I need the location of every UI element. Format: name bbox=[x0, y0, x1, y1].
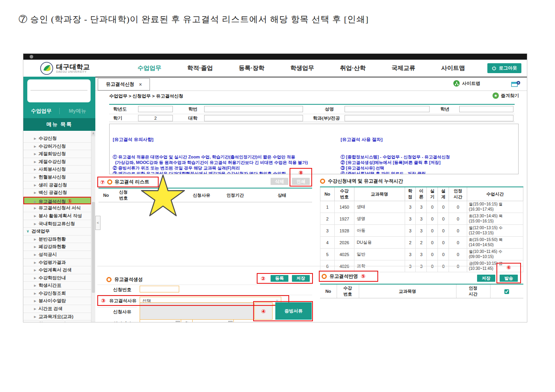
sidebar-item-11[interactable]: ▶국내학점교류신청 bbox=[23, 220, 91, 228]
period-end-field[interactable] bbox=[192, 319, 234, 322]
table-cell: 0 bbox=[449, 225, 467, 237]
sidebar-item-13[interactable]: ▶분반강좌현황 bbox=[23, 236, 91, 243]
scroll-up-icon[interactable]: ∧ bbox=[91, 131, 95, 136]
print-button[interactable]: 인쇄 bbox=[292, 178, 310, 185]
table-cell: 0 bbox=[438, 225, 449, 237]
favorites-button[interactable]: ★ 즐겨찾기 bbox=[492, 92, 519, 99]
period-start-field[interactable] bbox=[140, 319, 181, 322]
arrow-right-icon: ▶ bbox=[34, 245, 36, 248]
close-icon[interactable]: × bbox=[139, 82, 142, 87]
apply-no-field[interactable] bbox=[140, 286, 179, 292]
user-info-box bbox=[27, 79, 91, 102]
grade-field[interactable] bbox=[459, 106, 513, 112]
sidebar-collapse-button[interactable]: < bbox=[95, 216, 100, 230]
nav-item-records[interactable]: 학적·졸업 bbox=[187, 64, 213, 72]
table-row[interactable]: 11450생태33000월(15:00~16:15) 월(16:30~17:45… bbox=[320, 201, 523, 213]
table-cell: 3 bbox=[405, 213, 416, 225]
sitemap-shortcut[interactable]: 사이트맵 bbox=[453, 80, 480, 87]
courses-section-header: 수강신청내역 및 유고결석 누적시간 bbox=[320, 178, 403, 185]
semester-field[interactable] bbox=[138, 115, 173, 121]
send-button[interactable]: 발송 bbox=[500, 275, 518, 282]
arrow-right-icon: ▶ bbox=[34, 284, 36, 287]
college-field[interactable] bbox=[204, 115, 303, 121]
sidebar-item-0[interactable]: ▶수강신청 bbox=[23, 135, 91, 143]
sidebar-item-15[interactable]: ▶성적공시 bbox=[23, 251, 91, 259]
sidebar-item-18[interactable]: ▶수강학점안내 bbox=[23, 274, 91, 282]
nav-item-registration[interactable]: 등록·장학 bbox=[239, 64, 265, 72]
university-logo[interactable]: 대구대학교 DAEGU UNIVERSITY bbox=[40, 62, 115, 75]
arrow-right-icon: ▶ bbox=[34, 160, 36, 163]
student-no-field[interactable] bbox=[204, 106, 303, 112]
major-field[interactable] bbox=[345, 115, 513, 121]
sidebar-item-9[interactable]: ▶유고결석신청서 서식 bbox=[23, 204, 91, 212]
sidebar-scrollbar[interactable]: ∧ bbox=[91, 131, 95, 322]
table-row[interactable]: 21927생명33000화(13:30~14:45) 목(15:00~16:15… bbox=[320, 213, 523, 225]
sidebar-item-label: 수강학점안내 bbox=[38, 275, 66, 280]
delete-button[interactable]: 삭제 bbox=[271, 178, 288, 185]
create-section-header: 유고결석생성 bbox=[106, 276, 143, 283]
period-label: 인정기간 bbox=[113, 321, 131, 322]
breadcrumb: 수업업무 > 신청업무 > 유고결석신청 bbox=[109, 93, 183, 99]
sidebar-tab-course-work[interactable]: 수업업무 bbox=[23, 107, 59, 115]
table-cell: 3 bbox=[416, 213, 427, 225]
arrow-right-icon: ▶ bbox=[34, 200, 36, 203]
scrollbar-thumb[interactable] bbox=[92, 202, 95, 293]
sidebar-item-19[interactable]: ▶학생시간표 bbox=[23, 282, 91, 290]
col-course-code: 수강 번호 bbox=[334, 187, 354, 201]
period-tilde: ~ bbox=[186, 320, 188, 322]
sidebar-item-label: 학생시간표 bbox=[38, 283, 61, 288]
sidebar-tab-my-menu[interactable]: My메뉴 bbox=[60, 107, 96, 115]
name-field[interactable] bbox=[345, 106, 430, 112]
logout-button[interactable]: 로그아웃 bbox=[487, 63, 521, 73]
register-button[interactable]: 등록 bbox=[271, 275, 288, 282]
col-theory: 이 론 bbox=[416, 187, 427, 201]
table-row[interactable]: 31928아동33000월(12:00~13:15) 수(12:00~13:15… bbox=[320, 225, 523, 237]
sidebar-item-22[interactable]: ▶시간표 검색 bbox=[23, 305, 91, 313]
sidebar-item-20[interactable]: ▶수강신청조회 bbox=[23, 290, 91, 298]
sidebar-item-10[interactable]: ▶봉사 활동계획서 작성 bbox=[23, 212, 91, 220]
sidebar-item-2[interactable]: ▶계절희망신청 bbox=[23, 150, 91, 158]
sidebar-item-14[interactable]: ▶폐강강좌현황 bbox=[23, 243, 91, 251]
select-all-checkbox[interactable] bbox=[504, 289, 509, 294]
reason-label: 신청사유 bbox=[113, 309, 131, 315]
close-all-windows-icon[interactable] bbox=[511, 81, 521, 89]
section-bullet-icon bbox=[322, 274, 327, 279]
col-reason: 신청사유 bbox=[185, 188, 218, 202]
col-practice: 실 기 bbox=[427, 187, 438, 201]
attach-documents-button[interactable]: 증빙서류 bbox=[275, 302, 312, 320]
sidebar-item-3[interactable]: ▶계절수강신청 bbox=[23, 158, 91, 166]
nav-item-career[interactable]: 취업·산학 bbox=[340, 64, 366, 72]
sidebar-item-5[interactable]: ▶헌혈봉사신청 bbox=[23, 173, 91, 181]
sidebar-item-8[interactable]: ▶유고결석신청① bbox=[23, 197, 91, 205]
sidebar-item-4[interactable]: ▶사회봉사신청 bbox=[23, 166, 91, 173]
arrow-right-icon: ▶ bbox=[34, 238, 36, 241]
sidebar-item-17[interactable]: ▶수업계획서 검색 bbox=[23, 266, 91, 274]
save-button-create[interactable]: 저장 bbox=[292, 275, 310, 282]
table-cell: 0 bbox=[449, 213, 467, 225]
year-field[interactable] bbox=[138, 106, 173, 112]
sidebar-item-21[interactable]: ▶봉사이수열람 bbox=[23, 297, 91, 305]
col-apply-no: 신청 번호 bbox=[114, 188, 133, 202]
sidebar-item-7[interactable]: ▶백신 공결신청 bbox=[23, 189, 91, 197]
sidebar-item-23[interactable]: ▶교과목개요(교과) bbox=[23, 313, 91, 321]
notice-line: ④ [증빙서류]선택 후 파일 업로드 - 저장 클릭 bbox=[341, 171, 475, 174]
tab-absence-application[interactable]: 유고결석신청 × bbox=[98, 78, 150, 90]
notice-line: ③ [유고결석사유] 선택 bbox=[341, 165, 475, 171]
table-cell: 3 bbox=[405, 225, 416, 237]
table-header-row: No 신청 번호 신청사유 인정기간 상태 bbox=[98, 188, 312, 202]
sidebar-item-16[interactable]: ▶수업평가결과 bbox=[23, 259, 91, 267]
nav-item-international[interactable]: 국제교류 bbox=[392, 64, 415, 72]
table-row[interactable]: 42026DU실용22000화(15:00~15:50) 목(14:00~14:… bbox=[320, 237, 523, 249]
col-course-name: 교과목명 bbox=[359, 284, 456, 298]
sidebar-item-12[interactable]: ∨검색업무 bbox=[23, 228, 91, 236]
sidebar-item-6[interactable]: ▶생리 공결신청 bbox=[23, 181, 91, 189]
nav-item-course-work[interactable]: 수업업무 bbox=[138, 64, 161, 72]
nav-item-sitemap[interactable]: 사이트맵 bbox=[441, 64, 465, 72]
sidebar-item-label: 수업평가결과 bbox=[38, 260, 66, 265]
sidebar-item-24[interactable]: ▶취업정보조회 bbox=[23, 320, 91, 322]
nav-item-student-affairs[interactable]: 학생업무 bbox=[290, 64, 314, 72]
table-row[interactable]: 54025일반33000월(10:30~11:45) 수(09:00~10:15… bbox=[320, 249, 523, 260]
sidebar-item-1[interactable]: ▶수강허가신청 bbox=[23, 143, 91, 151]
save-button-apply[interactable]: 저장 bbox=[477, 275, 495, 282]
apply-no-label: 신청번호 bbox=[113, 287, 131, 293]
